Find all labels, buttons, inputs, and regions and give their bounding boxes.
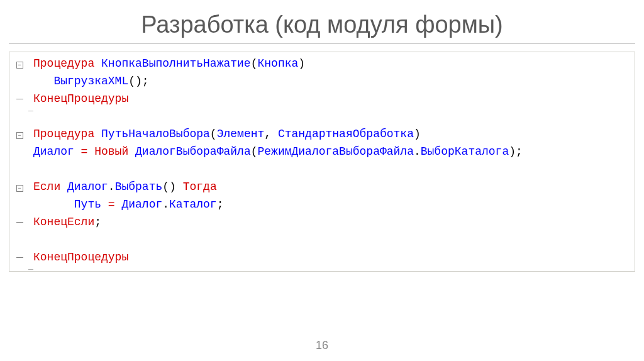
member: Каталог [169, 198, 217, 211]
code-text: Если Диалог.Выбрать() Тогда [33, 178, 631, 196]
var: Диалог [33, 145, 74, 158]
code-text [33, 160, 631, 178]
code-text: КонецПроцедуры [33, 90, 631, 108]
code-text: Путь = Диалог.Каталог; [33, 196, 631, 213]
var: Диалог [67, 181, 108, 193]
paren: ) [298, 57, 305, 70]
paren: ); [509, 145, 523, 158]
code-line: ВыгрузкаXML(); [13, 72, 631, 90]
fold-end [13, 101, 26, 102]
fold-toggle[interactable]: − [13, 62, 26, 69]
code-editor: − Процедура КнопкаВыполнитьНажатие(Кнопк… [9, 52, 635, 272]
code-line: Диалог = Новый ДиалогВыбораФайла(РежимДи… [13, 143, 631, 160]
identifier: КнопкаВыполнитьНажатие [101, 57, 251, 70]
page-number: 16 [0, 339, 644, 352]
title-underline [9, 43, 635, 44]
code-text: Процедура КнопкаВыполнитьНажатие(Кнопка) [33, 55, 631, 72]
dot: . [414, 145, 421, 158]
keyword: Новый [94, 145, 128, 158]
fold-toggle[interactable]: − [13, 132, 26, 139]
code-line-blank [13, 108, 631, 125]
paren: () [162, 181, 176, 193]
keyword: Процедура [33, 128, 94, 140]
keyword: Тогда [183, 181, 217, 193]
code-text: КонецПроцедуры [33, 248, 631, 266]
identifier: РежимДиалогаВыбораФайла [258, 145, 414, 158]
code-line: КонецПроцедуры [13, 248, 631, 266]
semicolon: ; [217, 198, 224, 211]
paren: (); [128, 75, 148, 87]
member: ВыборКаталога [421, 145, 509, 158]
var: Путь [74, 198, 101, 211]
fold-end [13, 260, 26, 260]
code-line: КонецПроцедуры [13, 90, 631, 108]
var: Диалог [121, 198, 162, 211]
dot: . [108, 181, 115, 193]
fold-toggle[interactable]: − [13, 185, 26, 192]
paren: ) [414, 128, 421, 140]
code-text: КонецЕсли; [33, 213, 631, 231]
code-line: − Если Диалог.Выбрать() Тогда [13, 178, 631, 196]
paren: ( [210, 128, 217, 140]
arg: СтандартнаяОбработка [278, 128, 414, 140]
code-text: Диалог = Новый ДиалогВыбораФайла(РежимДи… [33, 143, 631, 160]
code-line-blank [13, 160, 631, 178]
code-line: − Процедура ПутьНачалоВыбора(Элемент, Ст… [13, 125, 631, 143]
keyword: КонецЕсли [33, 216, 94, 228]
keyword: Процедура [33, 57, 94, 70]
comma: , [264, 128, 278, 140]
operator: = [74, 145, 94, 158]
paren: ( [251, 57, 258, 70]
dot: . [162, 198, 169, 211]
code-line: КонецЕсли; [13, 213, 631, 231]
call: ВыгрузкаXML [53, 75, 128, 87]
code-text: ВыгрузкаXML(); [33, 72, 631, 90]
semicolon: ; [94, 216, 101, 228]
fold-end [13, 225, 26, 225]
space [176, 181, 183, 193]
operator: = [101, 198, 121, 211]
code-text: Процедура ПутьНачалоВыбора(Элемент, Стан… [33, 125, 631, 143]
slide: Разработка (код модуля формы) − Процедур… [0, 0, 644, 361]
identifier: ПутьНачалоВыбора [101, 128, 210, 140]
code-text [33, 231, 631, 248]
space [128, 145, 135, 158]
keyword: Если [33, 181, 60, 193]
code-text [33, 108, 631, 125]
keyword: КонецПроцедуры [33, 251, 128, 264]
method: Выбрать [115, 181, 163, 193]
page-title: Разработка (код модуля формы) [0, 0, 644, 43]
arg: Кнопка [257, 57, 298, 70]
paren: ( [251, 145, 258, 158]
code-line: − Процедура КнопкаВыполнитьНажатие(Кнопк… [13, 55, 631, 72]
identifier: ДиалогВыбораФайла [135, 145, 251, 158]
code-line: Путь = Диалог.Каталог; [13, 196, 631, 213]
arg: Элемент [217, 128, 265, 140]
code-line-blank [13, 231, 631, 248]
space [60, 181, 67, 193]
body-area: − Процедура КнопкаВыполнитьНажатие(Кнопк… [9, 52, 635, 272]
keyword: КонецПроцедуры [33, 92, 128, 105]
